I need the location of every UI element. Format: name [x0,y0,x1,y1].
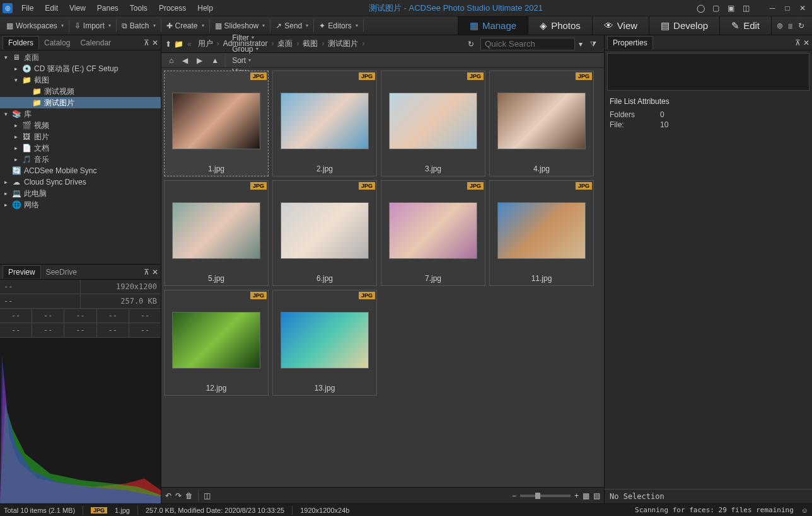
calendar-tab[interactable]: Calendar [75,37,116,49]
tree-item[interactable]: ▸ 🎵 音乐 [0,154,161,165]
menu-tools[interactable]: Tools [125,2,153,14]
rotate-left-icon[interactable]: ↶ [165,491,171,500]
tree-arrow-icon[interactable]: ▸ [13,66,19,72]
pin-icon[interactable]: ⊼ [795,38,801,47]
pin-icon[interactable]: ⊼ [144,38,149,47]
zoom-out-icon[interactable]: − [512,491,516,500]
menu-file[interactable]: File [16,2,38,14]
nav-home-icon[interactable]: ⌂ [165,55,177,66]
batch-button[interactable]: ⧉ Batch▾ [118,19,160,33]
maximize-button[interactable]: □ [780,3,794,14]
preview-tab[interactable]: Preview [3,265,41,278]
thumbnail[interactable]: JPG 6.jpg [272,180,377,286]
tree-arrow-icon[interactable]: ▸ [3,202,9,208]
breadcrumb-segment[interactable]: 截图 [300,38,320,49]
nav-fwd-icon[interactable]: ▶ [193,55,206,66]
close-button[interactable]: ✕ [796,3,809,14]
tree-item[interactable]: ▾ 📚 库 [0,108,161,120]
menu-help[interactable]: Help [192,2,218,14]
tree-item[interactable]: ▸ 💻 此电脑 [0,188,161,199]
close-panel-icon[interactable]: ✕ [152,268,158,277]
tree-arrow-icon[interactable]: ▸ [13,122,19,129]
breadcrumb-segment[interactable]: 测试图片 [325,38,361,49]
menu-edit[interactable]: Edit [40,2,63,14]
view-mode-1-icon[interactable]: ▦ [583,491,589,500]
group-dropdown[interactable]: Group ▾ [228,43,262,55]
sort-dropdown[interactable]: Sort ▾ [228,55,262,66]
mode-develop[interactable]: ▤ Develop [649,16,719,35]
close-panel-icon[interactable]: ✕ [152,38,158,47]
mode-view[interactable]: 👁 View [592,16,649,35]
mode-manage[interactable]: ▦ Manage [458,16,528,35]
tree-item[interactable]: ▸ ☁ Cloud Sync Drives [0,176,161,188]
refresh-icon[interactable]: ↻ [468,40,474,49]
nav-up-icon[interactable]: ▲ [207,55,223,66]
mode-photos[interactable]: ◈ Photos [528,16,592,35]
user-icon[interactable]: ◯ [693,3,707,14]
tree-arrow-icon[interactable]: ▸ [13,145,19,151]
tree-item[interactable]: 📁 测试图片 [0,97,161,108]
menu-process[interactable]: Process [154,2,191,14]
layout-icon-3[interactable]: ◫ [739,3,753,14]
layout-icon-2[interactable]: ▣ [724,3,738,14]
minimize-button[interactable]: ─ [765,3,779,14]
send-button[interactable]: ↗ Send▾ [272,19,312,33]
tree-arrow-icon[interactable]: ▾ [3,54,9,60]
zoom-slider[interactable] [520,495,571,497]
tree-item[interactable]: 🔄 ACDSee Mobile Sync [0,165,161,176]
breadcrumb-segment[interactable]: 用户 [195,38,216,49]
mode-edit[interactable]: ✎ Edit [719,16,771,35]
properties-tab[interactable]: Properties [607,36,653,49]
filter-funnel-icon[interactable]: ⧩ [586,37,600,51]
thumbnail[interactable]: JPG 2.jpg [272,71,377,176]
create-button[interactable]: ✚ Create▾ [163,19,208,33]
tree-arrow-icon[interactable]: ▸ [13,156,19,163]
pin-icon[interactable]: ⊼ [144,268,149,277]
tree-arrow-icon[interactable]: ▸ [3,190,9,197]
thumbnail[interactable]: JPG 7.jpg [381,180,485,286]
search-input[interactable] [480,38,575,50]
face-icon[interactable]: ☺ [801,507,808,514]
tree-arrow-icon[interactable]: ▾ [13,77,19,83]
menu-view[interactable]: View [64,2,91,14]
close-panel-icon[interactable]: ✕ [803,38,809,47]
tree-item[interactable]: 📁 测试视频 [0,86,161,97]
sync-icon[interactable]: ↻ [798,21,804,30]
editors-button[interactable]: ✦ Editors▾ [315,19,361,33]
catalog-tab[interactable]: Catalog [39,37,75,49]
tree-item[interactable]: ▸ 🖼 图片 [0,131,161,142]
zoom-in-icon[interactable]: + [574,491,579,500]
thumbnail[interactable]: JPG 1.jpg [164,71,269,176]
tree-item[interactable]: ▾ 📁 截图 [0,74,161,86]
slideshow-button[interactable]: ▦ Slideshow▾ [211,19,269,33]
workspaces-button[interactable]: ▦ Workspaces▾ [3,19,67,33]
tree-item[interactable]: ▸ 📄 文档 [0,142,161,154]
thumbnail[interactable]: JPG 11.jpg [489,180,594,286]
menu-panes[interactable]: Panes [92,2,124,14]
up-icon[interactable]: ⬆ [165,40,171,49]
tree-arrow-icon[interactable]: ▾ [3,111,9,117]
layout-icon-1[interactable]: ▢ [709,3,722,14]
view-mode-2-icon[interactable]: ▤ [593,491,600,500]
seedrive-tab[interactable]: SeeDrive [41,266,82,278]
thumbnail[interactable]: JPG 12.jpg [164,290,269,396]
stats-icon[interactable]: ⫼ [787,21,794,30]
nav-back-icon[interactable]: ◀ [178,55,192,66]
import-button[interactable]: ⇩ Import▾ [71,19,115,33]
tree-arrow-icon[interactable]: ▸ [13,134,19,140]
rotate-right-icon[interactable]: ↷ [175,491,182,500]
thumbnail[interactable]: JPG 13.jpg [272,290,377,396]
delete-icon[interactable]: 🗑 [185,491,193,500]
tree-item[interactable]: ▸ 💿 CD 驱动器 (E:) CF Setup [0,63,161,74]
compare-icon[interactable]: ◫ [204,491,211,500]
folders-tab[interactable]: Folders [3,36,39,49]
search-dropdown[interactable]: ▾ [575,37,586,51]
365-icon[interactable]: ⊚ [777,21,783,30]
tree-item[interactable]: ▸ 🌐 网络 [0,199,161,210]
tree-item[interactable]: ▸ 🎬 视频 [0,120,161,131]
breadcrumb-segment[interactable]: 桌面 [275,38,295,49]
tree-item[interactable]: ▾ 🖥 桌面 [0,52,161,63]
thumbnail[interactable]: JPG 3.jpg [381,71,485,176]
thumbnail[interactable]: JPG 5.jpg [164,180,269,286]
filter-dropdown[interactable]: Filter ▾ [228,32,262,43]
